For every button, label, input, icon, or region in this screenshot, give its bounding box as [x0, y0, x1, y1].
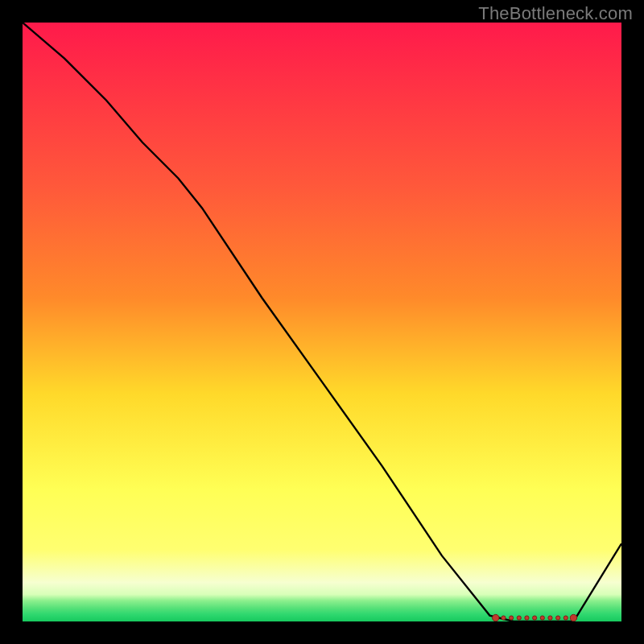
marker-point [533, 616, 537, 620]
marker-point [570, 614, 576, 621]
marker-point [510, 616, 514, 620]
marker-point [502, 616, 506, 620]
chart-svg [23, 23, 621, 621]
plot-area [23, 23, 621, 621]
chart-frame: TheBottleneck.com [0, 0, 644, 644]
gradient-background [23, 23, 621, 621]
marker-point [517, 616, 521, 620]
marker-point [493, 614, 499, 621]
marker-point [564, 616, 568, 620]
marker-point [548, 616, 552, 620]
marker-point [556, 616, 560, 620]
marker-point [540, 616, 544, 620]
marker-point [525, 616, 529, 620]
watermark-text: TheBottleneck.com [478, 3, 633, 24]
